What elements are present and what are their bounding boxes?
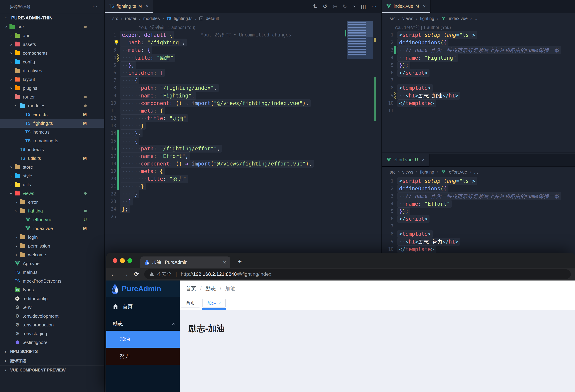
code-line-1[interactable]: 1<script setup lang="ts"> xyxy=(382,177,575,185)
explorer-item-remaining.ts[interactable]: TSremaining.ts xyxy=(0,136,104,145)
code-line-7[interactable]: 7 xyxy=(382,223,575,230)
code-line-2[interactable]: 💡2 path: "/fighting", xyxy=(105,39,381,46)
explorer-item-types[interactable]: ›types xyxy=(0,285,104,294)
explorer-item-components[interactable]: ›components xyxy=(0,49,104,58)
explorer-item-error.ts[interactable]: TSerror.tsM xyxy=(0,110,104,119)
breadcrumb-item[interactable]: … xyxy=(474,170,478,174)
explorer-item-plugins[interactable]: ›plugins xyxy=(0,84,104,93)
close-icon[interactable]: × xyxy=(145,3,149,9)
explorer-item-permission[interactable]: ›permission xyxy=(0,241,104,250)
explorer-item-effort.vue[interactable]: effort.vueU xyxy=(0,215,104,224)
code-line-17[interactable]: 17······name: "Effort", xyxy=(105,152,381,160)
explorer-item-.env.staging[interactable]: ⚙.env.staging xyxy=(0,329,104,338)
code-line-5[interactable]: 5}); xyxy=(382,208,575,215)
explorer-item-index.vue[interactable]: index.vueM xyxy=(0,224,104,233)
minimap[interactable] xyxy=(347,21,373,59)
code-line-10[interactable]: 10</template> xyxy=(382,99,575,107)
explorer-item-assets[interactable]: ›assets xyxy=(0,40,104,49)
code-line-22[interactable]: 22····} xyxy=(105,190,381,198)
submenu-item-nuli[interactable]: 努力 xyxy=(106,348,180,365)
code-line-4[interactable]: 4··name: "Fighting" xyxy=(382,54,575,62)
explorer-item-config[interactable]: ›config xyxy=(0,58,104,66)
code-line-7[interactable]: 7····{ xyxy=(105,77,381,84)
new-tab-button[interactable]: + xyxy=(238,258,242,265)
tab-fighting-ts[interactable]: TS fighting.ts M × xyxy=(105,0,153,13)
explorer-item-api[interactable]: ›api xyxy=(0,31,104,40)
code-line-6[interactable]: 6</script> xyxy=(382,69,575,77)
code-line-5[interactable]: 5}); xyxy=(382,62,575,69)
page-tab-home[interactable]: 首页 xyxy=(181,299,200,307)
code-line-4[interactable]: 4····title: "励志" xyxy=(105,54,381,62)
code-line-3[interactable]: 3··// name 作为一种规范最好必须写上并且和路由的name保持一致 xyxy=(382,192,575,200)
section-npm-scripts[interactable]: › NPM SCRIPTS xyxy=(0,347,104,356)
change-dash-icon[interactable]: ⊖ xyxy=(333,3,337,10)
more-actions-icon[interactable]: ⋯ xyxy=(92,3,98,10)
close-icon[interactable]: × xyxy=(423,3,426,9)
code-line-4[interactable]: 4··name: "Effort" xyxy=(382,200,575,208)
menu-group-lizhi[interactable]: 励志 xyxy=(106,317,180,331)
breadcrumb-item[interactable]: 励志 xyxy=(205,285,216,292)
code-line-12[interactable]: 12········title: "加油" xyxy=(105,114,381,122)
breadcrumb-item[interactable]: src xyxy=(112,16,118,21)
code-line-10[interactable]: 10······component: () ⇒ import("@/views/… xyxy=(105,99,381,107)
menu-item-home[interactable]: 首页 xyxy=(106,300,180,313)
code-line-16[interactable]: 16······path: "/fighting/effort", xyxy=(105,145,381,152)
explorer-item-fighting[interactable]: ›fighting xyxy=(0,207,104,215)
close-window-button[interactable] xyxy=(113,258,118,263)
minimize-window-button[interactable] xyxy=(120,258,125,263)
explorer-item-welcome[interactable]: ›welcome xyxy=(0,250,104,259)
explorer-item-utils.ts[interactable]: TSutils.tsM xyxy=(0,154,104,163)
pureadmin-logo[interactable]: PureAdmin xyxy=(106,281,180,297)
close-tab-icon[interactable]: × xyxy=(223,259,226,265)
breadcrumb-item[interactable]: src xyxy=(390,16,395,21)
breadcrumb-item[interactable]: views xyxy=(402,16,413,21)
code-line-19[interactable]: 19······meta: { xyxy=(105,167,381,175)
code-line-24[interactable]: 24}; xyxy=(105,205,381,213)
breadcrumb-item[interactable]: … xyxy=(475,16,479,21)
code-line-8[interactable]: 8<template> xyxy=(382,230,575,238)
address-bar[interactable]: 不安全 | http://192.168.2.121:8848/#/fighti… xyxy=(144,269,571,279)
code-line-2[interactable]: 2defineOptions({ xyxy=(382,39,575,46)
breadcrumb-item[interactable]: src xyxy=(390,170,395,174)
tab-effort-vue[interactable]: effort.vue U × xyxy=(382,153,430,166)
code-line-13[interactable]: 13······} xyxy=(105,122,381,130)
explorer-item-utils[interactable]: ›utils xyxy=(0,180,104,189)
code-line-10[interactable]: 10</template> xyxy=(382,245,575,253)
explorer-item-style[interactable]: ›style xyxy=(0,172,104,180)
explorer-item-.env.production[interactable]: ⚙.env.production xyxy=(0,321,104,329)
browser-tab[interactable]: 加油 | PureAdmin × xyxy=(141,257,230,268)
breadcrumb-item[interactable]: router xyxy=(125,16,136,21)
lightbulb-icon[interactable]: 💡 xyxy=(114,39,119,46)
explorer-item-home.ts[interactable]: TShome.ts xyxy=(0,128,104,136)
forward-button[interactable]: → xyxy=(122,271,128,277)
explorer-item-router[interactable]: ›router xyxy=(0,93,104,101)
breadcrumb-item[interactable]: 首页 xyxy=(186,285,196,292)
close-tab-icon[interactable]: × xyxy=(218,301,221,305)
tab-index-vue[interactable]: index.vue M × xyxy=(382,0,431,13)
explorer-item-layout[interactable]: ›layout xyxy=(0,75,104,84)
breadcrumb-item[interactable]: fighting xyxy=(420,170,434,174)
maximize-window-button[interactable] xyxy=(127,258,132,263)
breadcrumb-item[interactable]: default xyxy=(206,16,219,21)
code-line-15[interactable]: 15····{ xyxy=(105,137,381,145)
code-line-6[interactable]: 6</script> xyxy=(382,215,575,223)
explorer-item-.env[interactable]: ⚙.env xyxy=(0,303,104,312)
code-line-11[interactable]: 11······meta: { xyxy=(105,107,381,114)
explorer-item-login[interactable]: ›login xyxy=(0,233,104,241)
code-line-11[interactable]: 11 xyxy=(382,107,575,114)
breadcrumb-item[interactable]: modules xyxy=(143,16,160,21)
explorer-item-index.ts[interactable]: TSindex.ts xyxy=(0,145,104,154)
explorer-item-directives[interactable]: ›directives xyxy=(0,66,104,75)
explorer-item-main.ts[interactable]: TSmain.ts xyxy=(0,268,104,277)
split-editor-icon[interactable]: ◫ xyxy=(361,3,366,10)
code-line-3[interactable]: 3··meta: { xyxy=(105,46,381,54)
section-translate[interactable]: › 翻译字段 xyxy=(0,356,104,365)
explorer-root-folder[interactable]: › PURE-ADMIN-THIN xyxy=(0,13,104,22)
code-line-6[interactable]: 6··children: [ xyxy=(105,69,381,77)
code-line-25[interactable]: 25 xyxy=(105,213,381,220)
code-line-20[interactable]: 20········title: "努力" xyxy=(105,175,381,183)
explorer-item-error[interactable]: ›error xyxy=(0,198,104,207)
explorer-item-.eslintignore[interactable]: ⬢.eslintignore xyxy=(0,338,104,347)
explorer-item-src[interactable]: ›src xyxy=(0,22,104,31)
code-line-8[interactable]: 8······path: "/fighting/index", xyxy=(105,84,381,92)
